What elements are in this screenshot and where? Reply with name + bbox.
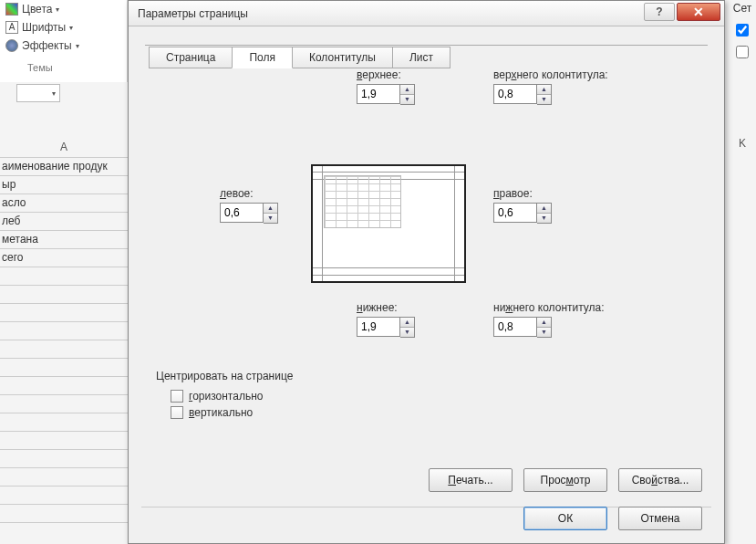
cell[interactable]: ыр — [0, 176, 128, 194]
print-button[interactable]: Печать... — [429, 468, 513, 492]
left-margin-label: левое: — [220, 187, 278, 200]
palette-icon — [5, 3, 18, 16]
styles-dropdown[interactable]: ▾ — [16, 84, 60, 102]
cell[interactable]: леб — [0, 213, 128, 231]
cell[interactable] — [0, 359, 128, 377]
font-icon: А — [5, 21, 18, 34]
chevron-down-icon: ▾ — [69, 24, 73, 32]
dialog-title: Параметры страницы — [138, 7, 248, 20]
footer-margin-input[interactable] — [493, 317, 537, 337]
cell[interactable] — [0, 450, 128, 468]
cell[interactable]: аименование продук — [0, 158, 128, 176]
cell[interactable] — [0, 304, 128, 322]
tab-sheet[interactable]: Лист — [392, 47, 450, 68]
right-panel-label: Сет — [733, 2, 751, 15]
left-margin-input[interactable] — [220, 203, 264, 223]
right-margin-label: правое: — [493, 187, 552, 200]
footer-margin-spinner[interactable]: ▲▼ — [493, 317, 605, 338]
effects-icon — [5, 39, 18, 52]
tab-margins[interactable]: Поля — [232, 47, 293, 68]
cell[interactable] — [0, 395, 128, 413]
tabstrip: Страница Поля Колонтитулы Лист — [129, 26, 724, 68]
spin-down-icon[interactable]: ▼ — [400, 328, 414, 337]
right-panel-checkbox-2[interactable] — [736, 46, 749, 58]
bottom-margin-spinner[interactable]: ▲▼ — [357, 317, 415, 338]
cell[interactable]: сего — [0, 249, 128, 267]
bottom-margin-label: нижнее: — [357, 301, 415, 314]
header-margin-label: верхнего колонтитула: — [493, 68, 608, 81]
cancel-button[interactable]: Отмена — [618, 507, 702, 530]
cell[interactable] — [0, 468, 128, 486]
center-horizontal-checkbox[interactable]: горизонтально — [171, 390, 293, 403]
properties-button[interactable]: Свойства... — [618, 468, 702, 492]
spin-up-icon[interactable]: ▲ — [537, 204, 551, 214]
header-margin-spinner[interactable]: ▲▼ — [493, 84, 608, 105]
column-header-a[interactable]: A — [0, 137, 128, 158]
worksheet-partial: A аименование продукыраслолебметанасего — [0, 137, 128, 523]
cell[interactable] — [0, 486, 128, 505]
cell[interactable] — [0, 505, 128, 523]
column-header-k[interactable]: K — [732, 137, 752, 150]
cell[interactable]: метана — [0, 231, 128, 249]
help-button[interactable]: ? — [644, 3, 675, 21]
close-icon: ✕ — [693, 5, 704, 19]
cell[interactable]: асло — [0, 194, 128, 213]
preview-button[interactable]: Просмотр — [523, 468, 607, 492]
spin-up-icon[interactable]: ▲ — [537, 85, 551, 95]
center-group-label: Центрировать на странице — [156, 370, 293, 382]
tab-divider — [145, 45, 708, 46]
right-margin-spinner[interactable]: ▲▼ — [493, 203, 552, 224]
bottom-margin-input[interactable] — [357, 317, 400, 337]
right-panel-checkbox-1[interactable] — [736, 24, 749, 37]
center-horizontal-label: горизонтально — [189, 390, 263, 403]
spin-up-icon[interactable]: ▲ — [400, 318, 414, 328]
checkbox-icon — [171, 406, 183, 419]
top-margin-label: верхнее: — [357, 68, 415, 81]
tab-headers[interactable]: Колонтитулы — [292, 47, 393, 68]
cell[interactable] — [0, 340, 128, 359]
cell[interactable] — [0, 413, 128, 432]
spin-down-icon[interactable]: ▼ — [537, 95, 551, 104]
chevron-down-icon: ▾ — [76, 42, 79, 50]
ribbon-fonts[interactable]: А Шрифты ▾ — [0, 18, 127, 37]
footer-margin-label: нижнего колонтитула: — [493, 301, 605, 314]
tab-content: верхнее: ▲▼ верхнего колонтитула: ▲▼ лев… — [129, 68, 724, 543]
cell[interactable] — [0, 322, 128, 340]
spin-down-icon[interactable]: ▼ — [400, 95, 414, 104]
right-margin-input[interactable] — [493, 203, 537, 223]
cell[interactable] — [0, 286, 128, 304]
center-vertical-checkbox[interactable]: вертикально — [171, 406, 293, 419]
tab-page[interactable]: Страница — [149, 47, 233, 68]
right-panel: Сет — [729, 0, 756, 58]
dialog-titlebar[interactable]: Параметры страницы ? ✕ — [129, 1, 724, 26]
help-icon: ? — [656, 5, 662, 18]
cell[interactable] — [0, 377, 128, 395]
ribbon-fonts-label: Шрифты — [22, 21, 66, 34]
center-vertical-label: вертикально — [189, 406, 253, 419]
ribbon-colors-label: Цвета — [22, 3, 52, 16]
cell[interactable] — [0, 267, 128, 286]
spin-up-icon[interactable]: ▲ — [264, 204, 277, 214]
cell[interactable] — [0, 432, 128, 450]
action-button-row: Печать... Просмотр Свойства... — [429, 468, 702, 492]
ribbon-effects-label: Эффекты — [22, 39, 72, 52]
spin-up-icon[interactable]: ▲ — [537, 318, 551, 328]
ribbon-effects[interactable]: Эффекты ▾ — [0, 37, 127, 55]
dialog-button-row: ОК Отмена — [523, 507, 702, 530]
ribbon-colors[interactable]: Цвета ▾ — [0, 0, 127, 18]
ribbon-themes-group: Цвета ▾ А Шрифты ▾ Эффекты ▾ Темы ▾ — [0, 0, 128, 82]
spin-down-icon[interactable]: ▼ — [264, 214, 277, 223]
top-margin-input[interactable] — [357, 84, 400, 104]
page-preview — [311, 164, 466, 283]
center-on-page-group: Центрировать на странице горизонтально в… — [156, 370, 293, 423]
spin-down-icon[interactable]: ▼ — [537, 214, 551, 223]
top-margin-spinner[interactable]: ▲▼ — [357, 84, 415, 105]
chevron-down-icon: ▾ — [52, 89, 56, 98]
chevron-down-icon: ▾ — [56, 5, 59, 14]
spin-up-icon[interactable]: ▲ — [400, 85, 414, 95]
spin-down-icon[interactable]: ▼ — [537, 328, 551, 337]
close-button[interactable]: ✕ — [677, 3, 720, 21]
left-margin-spinner[interactable]: ▲▼ — [220, 203, 278, 224]
header-margin-input[interactable] — [493, 84, 537, 104]
ok-button[interactable]: ОК — [523, 507, 607, 530]
